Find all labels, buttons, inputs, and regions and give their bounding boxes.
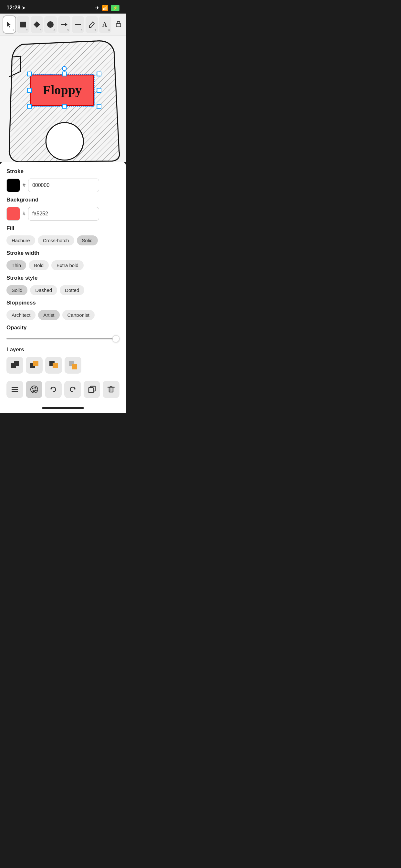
time-display: 12:28 <box>6 4 20 11</box>
sloppiness-label: Sloppiness <box>6 300 120 306</box>
home-indicator <box>0 405 126 413</box>
lock-icon <box>115 20 122 27</box>
bottom-toolbar <box>6 378 120 401</box>
lock-button[interactable] <box>114 19 123 30</box>
delete-icon <box>107 385 115 394</box>
status-icons: ✈ 📶 ⚡ <box>95 5 120 11</box>
pencil-tool[interactable]: 7 <box>86 16 98 33</box>
redo-button[interactable] <box>64 381 81 398</box>
text-icon: A <box>102 21 109 28</box>
svg-point-2 <box>47 21 54 28</box>
cursor-icon <box>6 21 13 28</box>
rectangle-tool[interactable]: 2 <box>17 16 29 33</box>
stroke-thin[interactable]: Thin <box>6 260 26 270</box>
battery-icon: ⚡ <box>111 5 120 11</box>
location-icon: ➤ <box>22 5 26 10</box>
stroke-color-row: # <box>6 179 120 192</box>
stroke-hash: # <box>23 182 26 188</box>
undo-button[interactable] <box>45 381 62 398</box>
airplane-icon: ✈ <box>95 5 99 11</box>
fill-solid[interactable]: Solid <box>77 236 98 245</box>
palette-button[interactable] <box>26 381 42 398</box>
stroke-width-options: Thin Bold Extra bold <box>6 260 120 270</box>
stroke-solid[interactable]: Solid <box>6 285 27 295</box>
layer1-icon <box>10 361 20 370</box>
line-tool[interactable]: 6 <box>72 16 84 33</box>
svg-point-34 <box>32 388 33 390</box>
opacity-slider-container <box>6 335 120 341</box>
select-tool[interactable]: 1 <box>3 16 16 33</box>
fill-options: Hachure Cross-hatch Solid <box>6 236 120 245</box>
status-bar: 12:28 ➤ ✈ 📶 ⚡ <box>0 0 126 13</box>
svg-rect-29 <box>72 364 77 369</box>
text-tool[interactable]: A 8 <box>99 16 112 33</box>
svg-rect-25 <box>33 361 38 366</box>
properties-panel: Stroke # Background # Fill Hachure Cross… <box>0 162 126 405</box>
toolbar: 1 2 3 4 5 6 7 <box>0 13 126 36</box>
layer3-icon <box>49 361 58 370</box>
copy-icon <box>88 385 96 394</box>
square-icon <box>20 21 27 28</box>
canvas-area[interactable]: Floppy <box>0 36 126 162</box>
svg-rect-14 <box>97 72 101 76</box>
svg-point-35 <box>34 387 36 389</box>
svg-rect-16 <box>97 88 101 92</box>
fill-hachure[interactable]: Hachure <box>6 236 35 245</box>
arrow-icon <box>61 21 68 28</box>
menu-icon <box>11 385 19 393</box>
layers-label: Layers <box>6 346 120 353</box>
layer2-icon <box>29 361 39 370</box>
delete-button[interactable] <box>103 381 120 398</box>
layer-chip-4[interactable] <box>65 357 81 374</box>
background-color-swatch[interactable] <box>6 207 20 221</box>
stroke-dashed[interactable]: Dashed <box>30 285 57 295</box>
svg-point-38 <box>33 391 35 392</box>
copy-button[interactable] <box>84 381 100 398</box>
stroke-style-section: Stroke style Solid Dashed Dotted <box>6 275 120 295</box>
fill-label: Fill <box>6 225 120 231</box>
svg-rect-12 <box>27 72 32 76</box>
stroke-color-swatch[interactable] <box>6 179 20 192</box>
diamond-tool[interactable]: 3 <box>31 16 43 33</box>
arrow-tool[interactable]: 5 <box>58 16 70 33</box>
menu-button[interactable] <box>6 381 23 398</box>
background-color-input[interactable] <box>28 207 99 221</box>
stroke-color-input[interactable] <box>28 179 99 192</box>
svg-rect-27 <box>53 363 58 368</box>
stroke-style-label: Stroke style <box>6 275 120 281</box>
line-icon <box>74 21 81 28</box>
canvas-drawing: Floppy <box>0 36 126 162</box>
svg-point-9 <box>46 123 83 160</box>
ellipse-tool[interactable]: 4 <box>44 16 57 33</box>
undo-icon <box>49 385 58 394</box>
stroke-extra-bold[interactable]: Extra bold <box>51 260 84 270</box>
sloppiness-section: Sloppiness Architect Artist Cartoonist <box>6 300 120 320</box>
pencil-icon <box>88 21 95 28</box>
sloppiness-artist[interactable]: Artist <box>38 310 59 320</box>
svg-rect-23 <box>14 361 19 366</box>
home-bar <box>42 407 84 409</box>
svg-rect-19 <box>97 104 101 108</box>
stroke-style-options: Solid Dashed Dotted <box>6 285 120 295</box>
layer-chip-2[interactable] <box>26 357 42 374</box>
layer-chip-1[interactable] <box>6 357 23 374</box>
fill-crosshatch[interactable]: Cross-hatch <box>38 236 74 245</box>
stroke-dotted[interactable]: Dotted <box>60 285 84 295</box>
sloppiness-cartoonist[interactable]: Cartoonist <box>62 310 95 320</box>
opacity-label: Opacity <box>6 324 120 331</box>
diamond-icon <box>33 21 40 28</box>
svg-rect-13 <box>62 72 66 76</box>
sloppiness-architect[interactable]: Architect <box>6 310 35 320</box>
opacity-slider[interactable] <box>6 338 120 339</box>
fill-section: Fill Hachure Cross-hatch Solid <box>6 225 120 245</box>
layer-chip-3[interactable] <box>45 357 62 374</box>
svg-point-36 <box>35 390 36 392</box>
stroke-bold[interactable]: Bold <box>29 260 49 270</box>
status-time: 12:28 ➤ <box>6 4 26 11</box>
background-color-row: # <box>6 207 120 221</box>
svg-text:A: A <box>102 21 107 28</box>
layer4-icon <box>68 361 78 370</box>
layer-chips <box>6 357 120 374</box>
svg-rect-18 <box>62 104 66 108</box>
svg-point-20 <box>62 66 66 71</box>
